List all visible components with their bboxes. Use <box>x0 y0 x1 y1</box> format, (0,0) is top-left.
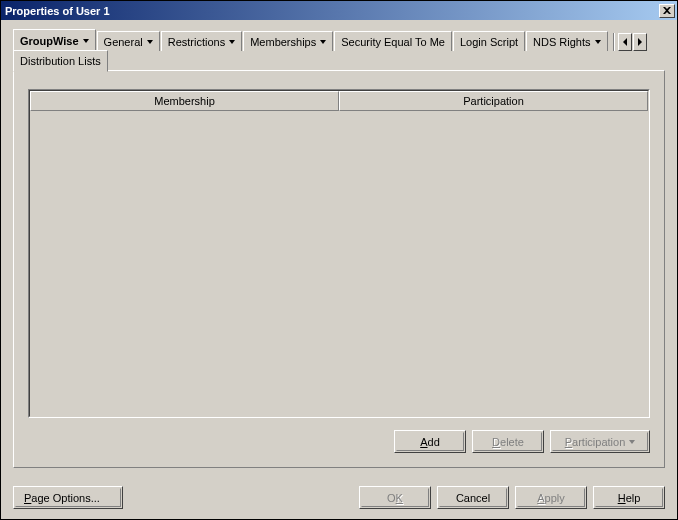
panel: Membership Participation Add Delete Part… <box>13 70 665 468</box>
tab-label: Memberships <box>250 36 316 48</box>
tab-security-equal-to-me[interactable]: Security Equal To Me <box>334 31 452 51</box>
chevron-left-icon <box>623 38 627 46</box>
table-inner: Membership Participation <box>29 90 649 417</box>
participation-button: Participation <box>550 430 650 453</box>
page-options-button[interactable]: Page Options... <box>13 486 123 509</box>
button-label: Apply <box>537 492 565 504</box>
bottom-bar: Page Options... OK Cancel Apply Help <box>1 478 677 519</box>
column-label: Membership <box>154 95 215 107</box>
button-label: Cancel <box>456 492 490 504</box>
column-label: Participation <box>463 95 524 107</box>
content-area: GroupWise General Restrictions Membershi… <box>1 20 677 478</box>
tab-groupwise[interactable]: GroupWise <box>13 29 96 51</box>
tab-label: General <box>104 36 143 48</box>
chevron-down-icon <box>83 39 89 43</box>
delete-button: Delete <box>472 430 544 453</box>
table-area: Membership Participation <box>28 89 650 418</box>
titlebar: Properties of User 1 <box>1 1 677 20</box>
close-icon <box>663 7 671 14</box>
tab-label: Restrictions <box>168 36 225 48</box>
button-label: Participation <box>565 436 626 448</box>
tab-scrollers <box>611 33 647 51</box>
help-button[interactable]: Help <box>593 486 665 509</box>
button-label: Help <box>618 492 641 504</box>
apply-button: Apply <box>515 486 587 509</box>
button-label: OK <box>387 492 403 504</box>
table-header: Membership Participation <box>30 91 648 111</box>
button-label: Add <box>420 436 440 448</box>
chevron-down-icon <box>629 440 635 444</box>
tab-restrictions[interactable]: Restrictions <box>161 31 242 51</box>
subtab-distribution-lists[interactable]: Distribution Lists <box>13 50 108 72</box>
button-label: Delete <box>492 436 524 448</box>
column-header-membership[interactable]: Membership <box>30 91 339 111</box>
cancel-button[interactable]: Cancel <box>437 486 509 509</box>
chevron-down-icon <box>320 40 326 44</box>
tab-scroll-left[interactable] <box>618 33 632 51</box>
ok-button: OK <box>359 486 431 509</box>
chevron-down-icon <box>595 40 601 44</box>
chevron-down-icon <box>147 40 153 44</box>
chevron-down-icon <box>229 40 235 44</box>
subtab-label: Distribution Lists <box>20 55 101 67</box>
chevron-right-icon <box>638 38 642 46</box>
add-button[interactable]: Add <box>394 430 466 453</box>
table-body[interactable] <box>30 111 648 416</box>
tab-general[interactable]: General <box>97 31 160 51</box>
tab-label: NDS Rights <box>533 36 590 48</box>
tab-login-script[interactable]: Login Script <box>453 31 525 51</box>
column-header-participation[interactable]: Participation <box>339 91 648 111</box>
tabs-row: GroupWise General Restrictions Membershi… <box>13 30 665 51</box>
close-button[interactable] <box>659 4 675 18</box>
tab-memberships[interactable]: Memberships <box>243 31 333 51</box>
subtabs-row: Distribution Lists <box>13 50 665 71</box>
window-title: Properties of User 1 <box>3 5 659 17</box>
tab-label: Login Script <box>460 36 518 48</box>
tab-scroll-right[interactable] <box>633 33 647 51</box>
tab-scroll-separator <box>613 33 615 51</box>
action-row: Add Delete Participation <box>28 430 650 453</box>
button-label: Page Options... <box>24 492 100 504</box>
tab-label: GroupWise <box>20 35 79 47</box>
tab-nds-rights[interactable]: NDS Rights <box>526 31 607 51</box>
tab-label: Security Equal To Me <box>341 36 445 48</box>
